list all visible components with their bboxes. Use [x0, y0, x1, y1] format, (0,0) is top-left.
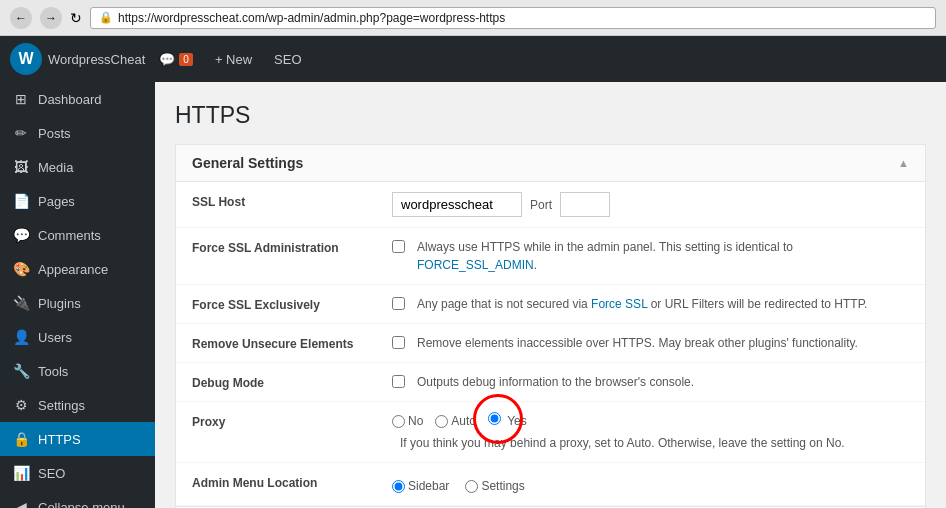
sidebar-item-label: HTTPS	[38, 432, 81, 447]
general-settings-label: General Settings	[192, 155, 303, 171]
url-text: https://wordpresscheat.com/wp-admin/admi…	[118, 11, 505, 25]
sidebar-item-label: Appearance	[38, 262, 108, 277]
sidebar-item-pages[interactable]: 📄 Pages	[0, 184, 155, 218]
users-icon: 👤	[12, 329, 30, 345]
sidebar-item-users[interactable]: 👤 Users	[0, 320, 155, 354]
force-ssl-admin-label: Force SSL Administration	[176, 228, 376, 285]
remove-unsecure-label: Remove Unsecure Elements	[176, 324, 376, 363]
comment-count: 0	[179, 53, 193, 66]
sidebar-item-plugins[interactable]: 🔌 Plugins	[0, 286, 155, 320]
refresh-button[interactable]: ↻	[70, 10, 82, 26]
comments-admin-bar-item[interactable]: 💬 0	[151, 48, 201, 71]
seo-admin-bar-item[interactable]: SEO	[266, 48, 309, 71]
media-icon: 🖼	[12, 159, 30, 175]
settings-icon: ⚙	[12, 397, 30, 413]
proxy-label: Proxy	[176, 402, 376, 463]
debug-mode-row: Debug Mode Outputs debug information to …	[176, 363, 925, 402]
forward-button[interactable]: →	[40, 7, 62, 29]
remove-unsecure-checkbox-label[interactable]: Remove elements inaccessible over HTTPS.…	[392, 334, 909, 352]
main-content: HTTPS General Settings ▲ SSL Host Port	[155, 82, 946, 508]
admin-menu-location-label: Admin Menu Location	[176, 463, 376, 506]
sidebar-item-label: Dashboard	[38, 92, 102, 107]
proxy-no-option[interactable]: No	[392, 412, 423, 430]
ssl-host-input[interactable]	[392, 192, 522, 217]
force-ssl-admin-row: Force SSL Administration Always use HTTP…	[176, 228, 925, 285]
admin-menu-location-row: Admin Menu Location Sidebar Settings	[176, 463, 925, 506]
admin-menu-settings-label: Settings	[481, 477, 524, 495]
posts-icon: ✏	[12, 125, 30, 141]
seo-label: SEO	[274, 52, 301, 67]
sidebar-item-label: Collapse menu	[38, 500, 125, 509]
site-name[interactable]: WordpressCheat	[48, 52, 145, 67]
port-label: Port	[530, 196, 552, 214]
sidebar-item-comments[interactable]: 💬 Comments	[0, 218, 155, 252]
force-ssl-exclusively-checkbox[interactable]	[392, 297, 405, 310]
browser-bar: ← → ↻ 🔒 https://wordpresscheat.com/wp-ad…	[0, 0, 946, 36]
sidebar-item-seo[interactable]: 📊 SEO	[0, 456, 155, 490]
sidebar-item-media[interactable]: 🖼 Media	[0, 150, 155, 184]
force-ssl-exclusively-checkbox-label[interactable]: Any page that is not secured via Force S…	[392, 295, 909, 313]
pages-icon: 📄	[12, 193, 30, 209]
debug-mode-label: Debug Mode	[176, 363, 376, 402]
wp-admin-bar: W WordpressCheat 💬 0 + New SEO	[0, 36, 946, 82]
force-ssl-admin-link[interactable]: FORCE_SSL_ADMIN	[417, 258, 534, 272]
admin-menu-sidebar-option[interactable]: Sidebar	[392, 477, 449, 495]
back-button[interactable]: ←	[10, 7, 32, 29]
collapse-icon: ◀	[12, 499, 30, 508]
remove-unsecure-checkbox[interactable]	[392, 336, 405, 349]
proxy-yes-option[interactable]: Yes	[488, 412, 527, 430]
proxy-no-radio[interactable]	[392, 415, 405, 428]
debug-mode-checkbox[interactable]	[392, 375, 405, 388]
sidebar: ⊞ Dashboard ✏ Posts 🖼 Media 📄 Pages 💬 Co…	[0, 82, 155, 508]
proxy-yes-radio[interactable]	[488, 412, 501, 425]
proxy-row: Proxy No Auto	[176, 402, 925, 463]
admin-menu-settings-option[interactable]: Settings	[465, 477, 524, 495]
force-ssl-exclusively-label: Force SSL Exclusively	[176, 285, 376, 324]
force-ssl-link[interactable]: Force SSL	[591, 297, 647, 311]
sidebar-item-posts[interactable]: ✏ Posts	[0, 116, 155, 150]
sidebar-item-https[interactable]: 🔒 HTTPS	[0, 422, 155, 456]
appearance-icon: 🎨	[12, 261, 30, 277]
sidebar-item-label: SEO	[38, 466, 65, 481]
proxy-yes-label: Yes	[507, 414, 527, 428]
page-title: HTTPS	[175, 102, 926, 129]
ssl-host-label: SSL Host	[176, 182, 376, 228]
force-ssl-admin-desc: Always use HTTPS while in the admin pane…	[417, 238, 909, 274]
sidebar-item-label: Users	[38, 330, 72, 345]
https-icon: 🔒	[12, 431, 30, 447]
port-input[interactable]	[560, 192, 610, 217]
sidebar-item-collapse[interactable]: ◀ Collapse menu	[0, 490, 155, 508]
wp-logo: W	[10, 43, 42, 75]
debug-mode-checkbox-label[interactable]: Outputs debug information to the browser…	[392, 373, 909, 391]
sidebar-item-label: Pages	[38, 194, 75, 209]
ssl-host-row: SSL Host Port	[176, 182, 925, 228]
force-ssl-exclusively-desc: Any page that is not secured via Force S…	[417, 295, 867, 313]
lock-icon: 🔒	[99, 11, 113, 24]
dashboard-icon: ⊞	[12, 91, 30, 107]
seo-icon: 📊	[12, 465, 30, 481]
comments-icon: 💬	[12, 227, 30, 243]
admin-menu-sidebar-radio[interactable]	[392, 480, 405, 493]
admin-menu-sidebar-label: Sidebar	[408, 477, 449, 495]
proxy-desc: If you think you may behind a proxy, set…	[400, 434, 845, 452]
proxy-auto-radio[interactable]	[435, 415, 448, 428]
sidebar-item-appearance[interactable]: 🎨 Appearance	[0, 252, 155, 286]
force-ssl-admin-checkbox[interactable]	[392, 240, 405, 253]
sidebar-item-settings[interactable]: ⚙ Settings	[0, 388, 155, 422]
collapse-arrow-icon[interactable]: ▲	[898, 157, 909, 169]
proxy-radio-group: No Auto Yes	[392, 412, 909, 452]
settings-panel: General Settings ▲ SSL Host Port	[175, 144, 926, 508]
new-admin-bar-item[interactable]: + New	[207, 48, 260, 71]
sidebar-item-label: Media	[38, 160, 73, 175]
sidebar-item-tools[interactable]: 🔧 Tools	[0, 354, 155, 388]
proxy-auto-option[interactable]: Auto	[435, 412, 476, 430]
sidebar-item-dashboard[interactable]: ⊞ Dashboard	[0, 82, 155, 116]
sidebar-item-label: Settings	[38, 398, 85, 413]
url-bar[interactable]: 🔒 https://wordpresscheat.com/wp-admin/ad…	[90, 7, 936, 29]
sidebar-item-label: Plugins	[38, 296, 81, 311]
admin-menu-settings-radio[interactable]	[465, 480, 478, 493]
force-ssl-admin-checkbox-label[interactable]: Always use HTTPS while in the admin pane…	[392, 238, 909, 274]
proxy-auto-label: Auto	[451, 412, 476, 430]
wp-layout: ⊞ Dashboard ✏ Posts 🖼 Media 📄 Pages 💬 Co…	[0, 82, 946, 508]
comment-icon: 💬	[159, 52, 175, 67]
